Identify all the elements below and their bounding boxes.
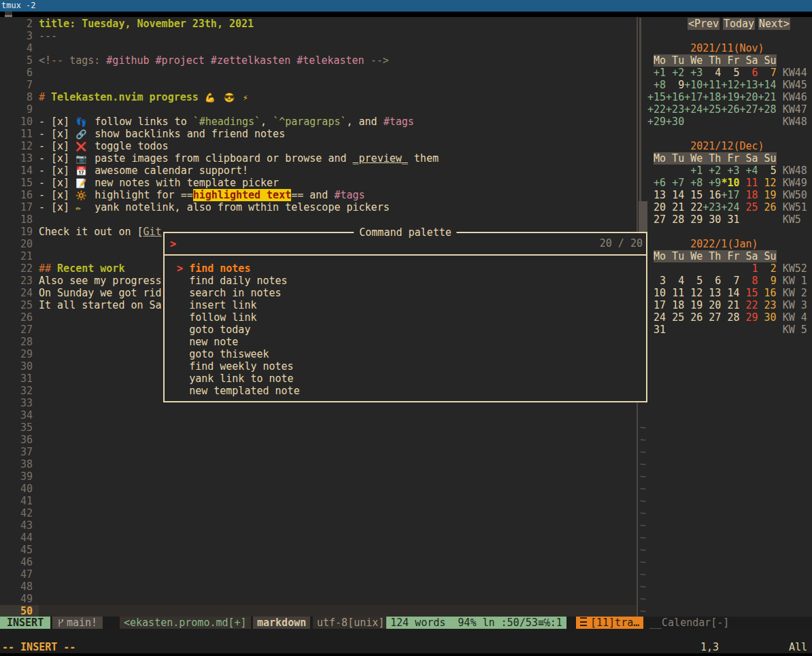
- calendar-day[interactable]: +10: [684, 79, 703, 91]
- calendar-day[interactable]: 22: [690, 201, 703, 213]
- calendar-day[interactable]: 14: [727, 287, 739, 299]
- editor-line[interactable]: 41: [0, 495, 637, 507]
- editor-line[interactable]: 45: [0, 544, 637, 556]
- calendar-day[interactable]: +23: [666, 103, 684, 116]
- calendar-day[interactable]: 30: [764, 311, 777, 324]
- palette-item[interactable]: yank link to note: [165, 373, 646, 385]
- editor-line[interactable]: 50: [0, 605, 637, 617]
- editor-line[interactable]: 38: [0, 458, 637, 470]
- calendar-day[interactable]: 24: [654, 311, 666, 324]
- calendar-day[interactable]: 13: [654, 189, 666, 201]
- tab-segment[interactable]: [11]tra…: [576, 617, 643, 629]
- calendar-day[interactable]: +8: [690, 177, 703, 189]
- calendar-day[interactable]: +21: [758, 91, 777, 103]
- calendar-day[interactable]: +2: [709, 165, 721, 177]
- calendar-day[interactable]: 8: [752, 275, 758, 287]
- editor-line[interactable]: 44: [0, 532, 637, 544]
- editor-line[interactable]: 15- [x] 📝 new notes with template picker: [0, 177, 637, 189]
- calendar-day[interactable]: 31: [727, 213, 739, 226]
- palette-item[interactable]: insert link: [165, 299, 646, 311]
- editor-line[interactable]: 18: [0, 213, 637, 226]
- editor-line[interactable]: 43: [0, 519, 637, 532]
- calendar-day[interactable]: 3: [660, 275, 666, 287]
- calendar-day[interactable]: 7: [771, 67, 777, 79]
- calendar-day[interactable]: 6: [715, 275, 721, 287]
- editor-line[interactable]: 36: [0, 434, 637, 446]
- calendar-day[interactable]: 27: [709, 311, 721, 324]
- calendar-button-today[interactable]: Today: [723, 18, 755, 30]
- calendar-day[interactable]: +30: [666, 116, 684, 128]
- calendar-day[interactable]: 17: [654, 299, 666, 311]
- palette-item[interactable]: goto today: [165, 324, 646, 336]
- calendar-day[interactable]: 29: [690, 213, 703, 226]
- editor-line[interactable]: 6: [0, 67, 637, 79]
- calendar-day[interactable]: 22: [746, 299, 758, 311]
- calendar-day[interactable]: +14: [758, 79, 777, 91]
- calendar-day[interactable]: +26: [721, 103, 739, 116]
- editor-line[interactable]: 48: [0, 581, 637, 593]
- calendar-day[interactable]: 5: [771, 165, 777, 177]
- calendar-day[interactable]: +2: [672, 67, 684, 79]
- palette-item[interactable]: find daily notes: [165, 275, 646, 287]
- calendar-day[interactable]: +25: [703, 103, 721, 116]
- calendar-day[interactable]: 18: [672, 299, 684, 311]
- calendar-button-prev[interactable]: <Prev: [688, 18, 720, 30]
- calendar-day[interactable]: 26: [690, 311, 703, 324]
- editor-line[interactable]: 12- [x] ❌ toggle todos: [0, 140, 637, 152]
- calendar-day[interactable]: +11: [703, 79, 721, 91]
- editor-line[interactable]: 37: [0, 446, 637, 458]
- palette-item[interactable]: > find notes: [165, 262, 646, 275]
- git-branch-segment[interactable]: main!: [52, 617, 103, 629]
- calendar-day[interactable]: 16: [709, 189, 721, 201]
- calendar-day[interactable]: 10: [654, 287, 666, 299]
- editor-line[interactable]: 9: [0, 103, 637, 116]
- calendar-day[interactable]: +13: [739, 79, 758, 91]
- calendar-day[interactable]: +27: [739, 103, 758, 116]
- calendar-day[interactable]: 25: [746, 201, 758, 213]
- calendar-day[interactable]: +8: [654, 79, 666, 91]
- calendar-day[interactable]: 21: [727, 299, 739, 311]
- palette-item[interactable]: new templated note: [165, 385, 646, 397]
- calendar-day[interactable]: 28: [672, 213, 684, 226]
- calendar-day[interactable]: *10: [721, 177, 739, 189]
- calendar-day[interactable]: 19: [690, 299, 703, 311]
- calendar-day[interactable]: 12: [764, 177, 777, 189]
- calendar-day[interactable]: +3: [727, 165, 739, 177]
- calendar-day[interactable]: 15: [746, 287, 758, 299]
- calendar-day[interactable]: +17: [684, 91, 703, 103]
- calendar-day[interactable]: +18: [703, 91, 721, 103]
- calendar-day[interactable]: +16: [666, 91, 684, 103]
- calendar-day[interactable]: 11: [672, 287, 684, 299]
- editor-line[interactable]: 35: [0, 421, 637, 434]
- editor-line[interactable]: 14- [x] 📅 awesome calendar support!: [0, 165, 637, 177]
- calendar-day[interactable]: 20: [654, 201, 666, 213]
- calendar-day[interactable]: 7: [733, 275, 739, 287]
- calendar-day[interactable]: 18: [746, 189, 758, 201]
- editor-line[interactable]: 46: [0, 556, 637, 568]
- calendar-button-next[interactable]: Next>: [758, 18, 790, 30]
- editor-line[interactable]: 4: [0, 42, 637, 54]
- calendar-day[interactable]: +24: [684, 103, 703, 116]
- editor-line[interactable]: 7: [0, 79, 637, 91]
- calendar-day[interactable]: 9: [771, 275, 777, 287]
- calendar-day[interactable]: 30: [709, 213, 721, 226]
- editor-line[interactable]: 13- [x] 📷 paste images from clipboard or…: [0, 152, 637, 165]
- editor-line[interactable]: 17- [x] ✏ yank notelink, also from wthin…: [0, 201, 637, 213]
- calendar-day[interactable]: +7: [672, 177, 684, 189]
- palette-item[interactable]: search in notes: [165, 287, 646, 299]
- calendar-day[interactable]: 9: [678, 79, 684, 91]
- calendar-day[interactable]: 4: [678, 275, 684, 287]
- calendar-day[interactable]: 2: [771, 262, 777, 275]
- editor-line[interactable]: 2title: Tuesday, November 23th, 2021: [0, 18, 637, 30]
- calendar-day[interactable]: +9: [709, 177, 721, 189]
- calendar-day[interactable]: 21: [672, 201, 684, 213]
- editor-line[interactable]: 16- [x] 🔆 highlight for ==highlighted te…: [0, 189, 637, 201]
- calendar-day[interactable]: 5: [733, 67, 739, 79]
- calendar-day[interactable]: 11: [746, 177, 758, 189]
- editor-line[interactable]: 39: [0, 470, 637, 483]
- editor-line[interactable]: 11- [x] 🔗 show backlinks and friend note…: [0, 128, 637, 140]
- calendar-day[interactable]: +29: [647, 116, 666, 128]
- calendar-day[interactable]: +4: [746, 165, 758, 177]
- palette-item[interactable]: goto thisweek: [165, 348, 646, 360]
- calendar-day[interactable]: 14: [672, 189, 684, 201]
